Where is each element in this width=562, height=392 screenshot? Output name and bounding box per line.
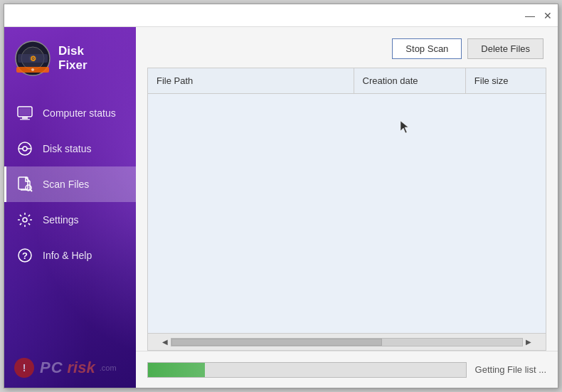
table-header: File Path Creation date File size (148, 68, 546, 94)
svg-rect-15 (18, 177, 28, 189)
sidebar-item-label: Scan Files (43, 179, 89, 190)
horizontal-scrollbar[interactable]: ◀ ▶ (148, 333, 546, 350)
disk-status-icon (16, 139, 34, 158)
close-button[interactable]: ✕ (544, 11, 552, 21)
main-area: ⚙ Disk Fixer (4, 27, 558, 388)
pc-risk-icon: ! (13, 356, 36, 379)
title-bar-controls: — ✕ (525, 11, 552, 21)
sidebar-item-info-help[interactable]: ? Info & Help (4, 238, 136, 273)
svg-text:!: ! (23, 362, 26, 374)
svg-point-12 (23, 147, 27, 151)
col-header-filepath: File Path (148, 68, 354, 93)
svg-text:?: ? (22, 250, 28, 261)
minimize-button[interactable]: — (525, 11, 535, 21)
progress-area: Getting File list ... (136, 351, 558, 388)
table-body (148, 94, 546, 333)
pc-risk-text: PC (40, 359, 63, 377)
sidebar-item-label: Computer status (43, 107, 116, 119)
sidebar-item-scan-files[interactable]: Scan Files (4, 166, 136, 202)
sidebar: ⚙ Disk Fixer (4, 27, 136, 388)
sidebar-item-disk-status[interactable]: Disk status (4, 131, 136, 166)
file-table: File Path Creation date File size (147, 68, 546, 351)
delete-files-button[interactable]: Delete Files (467, 38, 544, 59)
svg-point-18 (23, 218, 27, 222)
computer-status-icon (16, 104, 34, 122)
scan-files-icon (16, 175, 34, 194)
progress-bar-container (147, 362, 467, 378)
svg-line-17 (31, 190, 32, 191)
progress-bar-fill (148, 363, 205, 377)
svg-rect-8 (22, 117, 28, 119)
sidebar-item-label: Disk status (43, 143, 91, 154)
sidebar-bottom: ! PC risk .com (4, 273, 136, 388)
scroll-track[interactable] (171, 338, 523, 346)
svg-marker-23 (401, 121, 408, 133)
app-window: — ✕ ⚙ D (4, 4, 558, 388)
svg-rect-9 (20, 119, 30, 120)
mouse-cursor (401, 121, 409, 134)
logo-area: ⚙ Disk Fixer (4, 27, 136, 90)
sidebar-item-computer-status[interactable]: Computer status (4, 95, 136, 131)
pc-risk-logo: ! PC risk .com (13, 356, 117, 379)
col-header-file-size: File size (466, 68, 546, 93)
info-help-icon: ? (16, 246, 34, 265)
content-area: Stop Scan Delete Files File Path Creatio… (136, 27, 558, 388)
cursor-icon (401, 121, 409, 134)
title-bar: — ✕ (4, 4, 558, 27)
table-empty-area (148, 94, 546, 333)
toolbar: Stop Scan Delete Files (136, 27, 558, 68)
scroll-right-arrow[interactable]: ▶ (526, 338, 531, 346)
svg-point-5 (31, 68, 34, 71)
pc-risk-domain: .com (100, 364, 117, 372)
sidebar-item-label: Info & Help (43, 250, 92, 261)
disk-fixer-logo-icon: ⚙ (14, 40, 51, 77)
svg-rect-10 (19, 108, 31, 115)
col-header-creation-date: Creation date (354, 68, 466, 93)
sidebar-item-label: Settings (43, 214, 79, 226)
scroll-left-arrow[interactable]: ◀ (162, 338, 168, 346)
svg-text:⚙: ⚙ (30, 55, 36, 63)
stop-scan-button[interactable]: Stop Scan (392, 38, 462, 59)
scroll-thumb (171, 339, 382, 346)
pc-risk-text2: risk (68, 359, 95, 377)
nav-items: Computer status Disk status (4, 90, 136, 273)
sidebar-item-settings[interactable]: Settings (4, 202, 136, 238)
logo-text: Disk Fixer (58, 44, 88, 73)
settings-icon (16, 211, 34, 229)
progress-status-text: Getting File list ... (475, 364, 546, 375)
